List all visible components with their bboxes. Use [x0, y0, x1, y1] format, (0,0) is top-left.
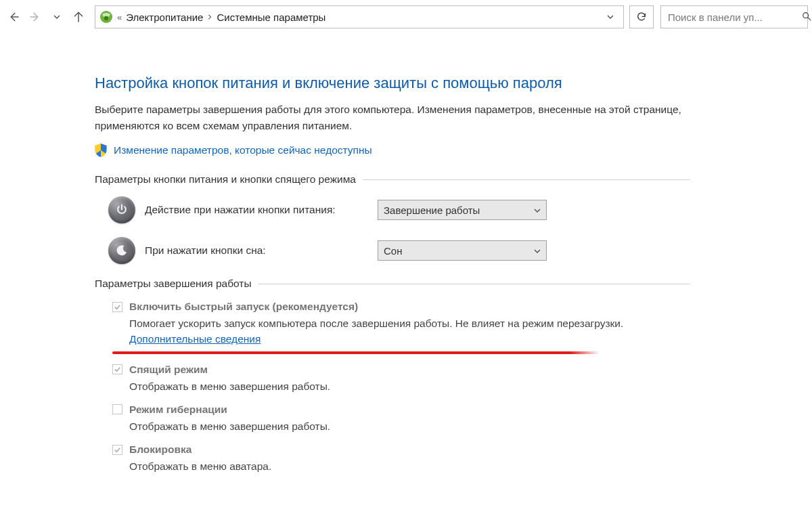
- recent-dropdown-icon[interactable]: [47, 7, 66, 26]
- sleep-mode-label: Спящий режим: [129, 364, 208, 376]
- section-title-shutdown: Параметры завершения работы: [95, 278, 252, 290]
- lock-checkbox[interactable]: [112, 445, 122, 455]
- up-arrow-icon[interactable]: [69, 7, 88, 26]
- search-icon[interactable]: [802, 12, 811, 23]
- control-panel-icon: [99, 10, 113, 24]
- sleep-button-row: При нажатии кнопки сна: Сон: [95, 237, 690, 264]
- lock-label: Блокировка: [129, 443, 191, 456]
- shield-icon: [95, 144, 107, 157]
- sleep-mode-checkbox[interactable]: [112, 364, 122, 374]
- shutdown-options-list: Включить быстрый запуск (рекомендуется) …: [95, 301, 690, 474]
- sleep-button-label: При нажатии кнопки сна:: [145, 244, 368, 257]
- power-button-action-value: Завершение работы: [384, 204, 480, 216]
- fast-startup-item: Включить быстрый запуск (рекомендуется) …: [112, 301, 690, 354]
- hibernate-item: Режим гибернации Отображать в меню завер…: [112, 404, 690, 434]
- sleep-button-action-dropdown[interactable]: Сон: [378, 240, 547, 261]
- uac-change-settings-row[interactable]: Изменение параметров, которые сейчас нед…: [95, 144, 690, 157]
- chevron-right-icon[interactable]: [207, 14, 212, 20]
- sleep-mode-item: Спящий режим Отображать в меню завершени…: [112, 364, 690, 394]
- svg-point-2: [803, 12, 809, 18]
- explorer-navbar: « Электропитание Системные параметры: [0, 0, 812, 34]
- content-area: Настройка кнопок питания и включение защ…: [0, 34, 744, 474]
- fast-startup-more-info-link[interactable]: Дополнительные сведения: [129, 333, 261, 345]
- breadcrumb-power[interactable]: Электропитание: [126, 12, 203, 23]
- fast-startup-checkbox[interactable]: [112, 302, 122, 312]
- chevron-down-icon: [534, 204, 541, 216]
- sleep-button-action-value: Сон: [384, 245, 402, 257]
- annotation-underline: [112, 351, 600, 354]
- address-history-dropdown-icon[interactable]: [600, 6, 619, 28]
- intro-text: Выберите параметры завершения работы для…: [95, 102, 683, 134]
- lock-item: Блокировка Отображать в меню аватара.: [112, 443, 690, 474]
- power-button-action-dropdown[interactable]: Завершение работы: [378, 200, 547, 220]
- fast-startup-label: Включить быстрый запуск (рекомендуется): [129, 301, 358, 313]
- power-button-label: Действие при нажатии кнопки питания:: [145, 204, 368, 216]
- section-header-buttons: Параметры кнопки питания и кнопки спящег…: [95, 173, 690, 186]
- refresh-button[interactable]: [629, 5, 654, 28]
- sleep-mode-desc: Отображать в меню завершения работы.: [129, 378, 690, 394]
- back-arrow-icon[interactable]: [4, 7, 23, 26]
- lock-desc: Отображать в меню аватара.: [129, 458, 690, 474]
- power-button-row: Действие при нажатии кнопки питания: Зав…: [95, 196, 690, 223]
- hibernate-desc: Отображать в меню завершения работы.: [129, 418, 690, 434]
- fast-startup-desc: Помогает ускорить запуск компьютера посл…: [129, 316, 690, 347]
- section-divider: [258, 284, 690, 284]
- power-icon: [108, 196, 135, 223]
- search-box[interactable]: [660, 5, 808, 28]
- breadcrumb-overflow-icon[interactable]: «: [117, 12, 122, 22]
- page-title: Настройка кнопок питания и включение защ…: [95, 74, 690, 92]
- section-header-shutdown: Параметры завершения работы: [95, 278, 690, 290]
- hibernate-label: Режим гибернации: [129, 404, 227, 416]
- search-input[interactable]: [667, 11, 798, 24]
- chevron-down-icon: [534, 245, 541, 257]
- svg-point-1: [104, 16, 108, 20]
- uac-change-settings-link[interactable]: Изменение параметров, которые сейчас нед…: [114, 144, 372, 156]
- hibernate-checkbox[interactable]: [112, 404, 122, 414]
- sleep-icon: [108, 237, 135, 264]
- address-bar[interactable]: « Электропитание Системные параметры: [95, 5, 624, 28]
- forward-arrow-icon[interactable]: [26, 7, 45, 26]
- section-divider: [363, 179, 690, 180]
- section-title-buttons: Параметры кнопки питания и кнопки спящег…: [95, 173, 356, 186]
- breadcrumb-system-settings[interactable]: Системные параметры: [217, 12, 325, 23]
